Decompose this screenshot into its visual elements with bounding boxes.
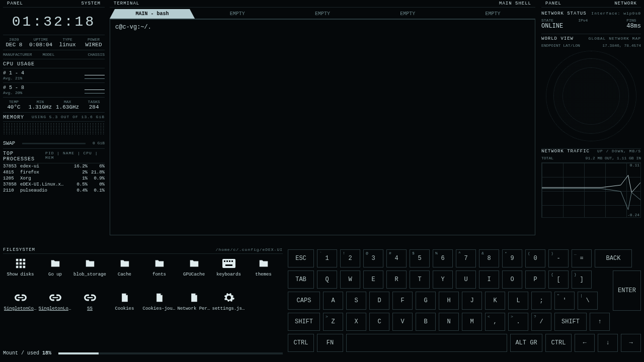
fs-item-go-up[interactable]: Go up: [38, 258, 72, 292]
key-N[interactable]: N: [439, 313, 459, 331]
key-↑[interactable]: ↑: [590, 313, 610, 331]
fs-item-singletoncoo-[interactable]: SingletonCoo…: [3, 292, 38, 326]
key-I[interactable]: I: [479, 270, 499, 289]
key-W[interactable]: W: [340, 270, 360, 289]
terminal-tab[interactable]: EMPTY: [450, 9, 535, 19]
key-P[interactable]: P: [525, 270, 545, 289]
fs-item-show-disks[interactable]: Show disks: [3, 258, 38, 292]
key-J[interactable]: J: [462, 292, 482, 310]
key-A[interactable]: A: [323, 292, 343, 310]
folder-icon: [188, 258, 201, 269]
key-/[interactable]: ?/: [531, 313, 551, 331]
key-CAPS[interactable]: CAPS: [288, 292, 320, 310]
key-F[interactable]: F: [392, 292, 413, 310]
network-label: NETWORK: [614, 1, 637, 6]
fs-title: FILESYSTEM: [3, 247, 35, 252]
key-\[interactable]: |\: [578, 292, 598, 310]
process-row: 1205Xorg1%0.9%: [3, 175, 105, 182]
key-][interactable]: }]: [572, 270, 592, 289]
key-C[interactable]: C: [369, 313, 389, 331]
cpu-g2-label: # 5 - 8: [3, 85, 24, 90]
key-R[interactable]: R: [386, 270, 407, 289]
key-M[interactable]: M: [462, 313, 482, 331]
key--[interactable]: )-: [548, 249, 569, 267]
key-TAB[interactable]: TAB: [288, 270, 314, 289]
fs-item-ss[interactable]: SS: [72, 292, 107, 326]
key-FN[interactable]: FN: [317, 334, 343, 352]
fs-item-label: Go up: [39, 272, 72, 277]
fs-item-keyboards[interactable]: keyboards: [211, 258, 246, 292]
folder-icon: [257, 258, 270, 269]
fs-item-cookies[interactable]: Cookies: [107, 292, 142, 326]
key-O[interactable]: O: [502, 270, 522, 289]
key-CTRL[interactable]: CTRL: [288, 334, 314, 352]
key-1[interactable]: `1: [317, 249, 337, 267]
key-space[interactable]: [346, 334, 507, 352]
terminal-body[interactable]: c@c-vg:~/.: [110, 19, 535, 235]
key-SHIFT[interactable]: SHIFT: [288, 313, 320, 331]
key-→[interactable]: →: [621, 334, 641, 352]
fs-item-fonts[interactable]: fonts: [142, 258, 177, 292]
key-;[interactable]: ;: [531, 292, 551, 310]
fs-item-settings-json[interactable]: settings.json: [211, 292, 246, 326]
fs-item-gpucache[interactable]: GPUCache: [177, 258, 211, 292]
key-CTRL[interactable]: CTRL: [545, 334, 572, 352]
key-3[interactable]: @3: [363, 249, 383, 267]
key-X[interactable]: X: [346, 313, 366, 331]
key-E[interactable]: E: [363, 270, 383, 289]
terminal-tab[interactable]: MAIN - bash: [110, 9, 195, 19]
key-L[interactable]: L: [508, 292, 528, 310]
terminal-tab[interactable]: EMPTY: [365, 9, 450, 19]
fs-item-themes[interactable]: themes: [246, 258, 281, 292]
svg-rect-10: [224, 260, 225, 262]
key-7[interactable]: ^7: [456, 249, 476, 267]
cpu-title: CPU USAGE: [3, 61, 35, 67]
key-[[interactable]: {[: [548, 270, 569, 289]
key-G[interactable]: G: [416, 292, 436, 310]
key-,[interactable]: <,: [485, 313, 505, 331]
terminal-tab[interactable]: EMPTY: [280, 9, 365, 19]
key-4[interactable]: #4: [386, 249, 407, 267]
svg-rect-2: [23, 259, 25, 261]
key-U[interactable]: U: [456, 270, 476, 289]
traffic-title: NETWORK TRAFFIC: [541, 149, 590, 154]
key-←[interactable]: ←: [575, 334, 595, 352]
key-0[interactable]: (0: [525, 249, 545, 267]
key-enter[interactable]: ENTER: [613, 270, 641, 311]
key-Y[interactable]: Y: [433, 270, 453, 289]
process-row: 4815firefox2%21.8%: [3, 169, 105, 175]
key-6[interactable]: %6: [433, 249, 453, 267]
key-B[interactable]: B: [416, 313, 436, 331]
power-label: POWER: [83, 37, 105, 42]
terminal-tab[interactable]: EMPTY: [195, 9, 280, 19]
key-ESC[interactable]: ESC: [288, 249, 314, 267]
fs-item-singletonlock[interactable]: SingletonLock: [38, 292, 72, 326]
key-H[interactable]: H: [439, 292, 459, 310]
key-.[interactable]: >.: [508, 313, 528, 331]
fs-item-cache[interactable]: Cache: [107, 258, 142, 292]
process-row: 37853edex-ui16.2%6%: [3, 163, 105, 169]
key-SHIFT[interactable]: SHIFT: [554, 313, 587, 331]
key-=[interactable]: _=: [572, 249, 592, 267]
key-'[interactable]: "': [554, 292, 575, 310]
key-D[interactable]: D: [369, 292, 389, 310]
fs-item-blob-storage[interactable]: blob_storage: [72, 258, 107, 292]
temp-label: TEMP: [3, 100, 25, 104]
fs-item-cookies-jour-[interactable]: Cookies-jour…: [142, 292, 177, 326]
chart-max: 0.11: [630, 163, 639, 167]
key-S[interactable]: S: [346, 292, 366, 310]
key-ALT GR[interactable]: ALT GR: [510, 334, 542, 352]
endpoint-label: ENDPOINT LAT/LON: [541, 43, 580, 48]
key-K[interactable]: K: [485, 292, 505, 310]
key-5[interactable]: $5: [410, 249, 430, 267]
key-2[interactable]: !2: [340, 249, 360, 267]
key-T[interactable]: T: [410, 270, 430, 289]
key-9[interactable]: *9: [502, 249, 522, 267]
fs-item-network-pers-[interactable]: Network Pers…: [177, 292, 211, 326]
key-BACK[interactable]: BACK: [595, 249, 632, 267]
key-↓[interactable]: ↓: [598, 334, 618, 352]
key-Z[interactable]: >Z: [323, 313, 343, 331]
key-V[interactable]: V: [392, 313, 413, 331]
key-8[interactable]: &8: [479, 249, 499, 267]
key-Q[interactable]: Q: [317, 270, 337, 289]
